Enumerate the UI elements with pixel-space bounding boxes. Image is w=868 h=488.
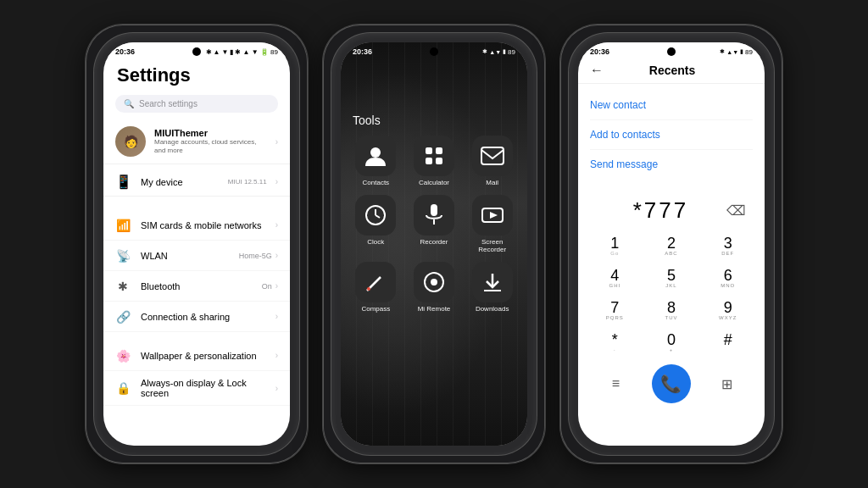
wlan-right: Home-5G › [239,251,278,260]
dialpad-menu-button[interactable]: ≡ [600,369,631,399]
mi-remote-icon [414,262,454,302]
app-recorder-label: Recorder [420,238,448,246]
status-icons-2: ✱ ▲▼ ▮ 89 [482,48,515,56]
wifi-icon: ▼ [221,48,228,56]
dial-1[interactable]: 1 Go [587,230,643,263]
bluetooth-right: On › [262,281,278,291]
wallpaper-chevron: › [275,351,278,360]
app-downloads[interactable]: Downloads [467,262,517,313]
screen-title: Recents [612,64,732,77]
dial-0[interactable]: 0 + [643,327,700,359]
settings-screen: 20:36 ✱ ▲ ▼ ▮ ✱ ▲ ▼ 🔋 89 Settings 🔍 Sear… [103,42,290,446]
screen-recorder-icon [472,195,513,236]
back-button[interactable]: ← [590,63,604,78]
settings-item-always-on[interactable]: 🔒 Always-on display & Lock screen › [103,371,290,406]
folder-label: Tools [353,114,520,127]
battery-icon: ▮ [230,48,233,56]
settings-item-wlan[interactable]: 📡 WLAN Home-5G › [103,241,290,271]
settings-item-sim[interactable]: 📶 SIM cards & mobile networks › [103,210,290,241]
svg-rect-2 [436,147,442,154]
app-downloads-label: Downloads [476,305,509,313]
sim-label: SIM cards & mobile networks [141,220,265,230]
menu-icon: ≡ [612,376,620,391]
app-recorder[interactable]: Recorder [409,195,459,253]
new-contact-action[interactable]: New contact [590,91,753,120]
svg-point-16 [431,279,437,286]
backspace-button[interactable]: ⌫ [726,202,748,219]
device-icon: 📱 [115,174,132,190]
settings-item-bluetooth[interactable]: ✱ Bluetooth On › [103,271,290,302]
camera-punch-hole-3 [667,47,676,56]
always-on-label: Always-on display & Lock screen [141,378,265,398]
svg-point-0 [370,147,381,158]
homescreen: 20:36 ✱ ▲▼ ▮ 89 Tools [341,42,527,446]
contact-actions: New contact Add to contacts Send message [578,84,765,186]
bt-icon-3: ✱ [720,48,725,55]
phone-header: ← Recents [578,58,765,84]
add-to-contacts-action[interactable]: Add to contacts [590,120,753,150]
battery-pct-3: 89 [745,48,753,56]
camera-punch-hole [192,47,201,56]
sim-right: › [275,220,278,230]
always-on-right: › [275,384,278,393]
recorder-icon [414,195,454,236]
app-clock[interactable]: Clock [351,195,401,253]
connection-right: › [275,312,278,321]
dial-8[interactable]: 8 TUV [643,295,700,327]
dial-3[interactable]: 3 DEF [699,230,756,263]
battery-pct: ✱ ▲ ▼ 🔋 89 [235,48,278,56]
svg-point-14 [367,287,370,291]
status-icons-3: ✱ ▲▼ ▮ 89 [720,48,753,56]
svg-rect-3 [426,158,432,164]
dial-hash[interactable]: # [699,327,756,359]
dial-5[interactable]: 5 JKL [643,263,700,295]
dial-6[interactable]: 6 MNO [699,263,756,295]
profile-info: MIUIThemer Manage accounts, cloud servic… [154,128,267,156]
dial-2[interactable]: 2 ABC [643,230,700,263]
wlan-label: WLAN [141,251,229,261]
clock-icon [355,195,396,236]
dial-7[interactable]: 7 PQRS [587,295,643,327]
app-calculator[interactable]: Calculator [409,136,459,186]
app-compass[interactable]: Compass [351,262,401,313]
settings-item-connection[interactable]: 🔗 Connection & sharing › [103,302,290,332]
wlan-icon: 📡 [115,249,131,263]
svg-rect-4 [436,158,442,164]
app-mi-remote-label: Mi Remote [418,305,451,313]
app-grid: Contacts [348,132,520,316]
search-icon: 🔍 [124,99,134,108]
homescreen-content: Tools Contacts [341,42,527,446]
settings-item-wallpaper[interactable]: 🌸 Wallpaper & personalization › [103,341,290,371]
call-button[interactable]: 📞 [652,364,691,403]
dialer-display: *777 ⌫ [578,186,765,230]
calculator-icon [414,136,454,176]
device-chevron: › [275,177,278,186]
dial-4[interactable]: 4 GHI [587,263,643,295]
app-screen-recorder-label: Screen Recorder [467,238,517,253]
app-screen-recorder[interactable]: Screen Recorder [467,195,517,253]
spacer-2 [103,332,290,341]
bluetooth-value: On [262,282,272,291]
dial-9[interactable]: 9 WXYZ [699,295,756,327]
dial-star[interactable]: * · [587,327,643,359]
phone-screen: 20:36 ✱ ▲▼ ▮ 89 ← Recents New contac [578,42,765,446]
svg-rect-9 [431,204,437,216]
dialer-grid: 1 Go 2 ABC 3 DEF 4 GHI [578,230,765,359]
status-icons-1: ✱ ▲ ▼ ▮ ✱ ▲ ▼ 🔋 89 [206,48,278,56]
app-calculator-label: Calculator [419,179,449,186]
profile-row[interactable]: 🧑 MIUIThemer Manage accounts, cloud serv… [103,119,290,164]
app-contacts[interactable]: Contacts [351,136,401,186]
send-message-action[interactable]: Send message [590,150,753,179]
app-mi-remote[interactable]: Mi Remote [409,262,459,313]
device-label: My device [141,177,220,187]
bluetooth-label: Bluetooth [141,281,252,291]
app-clock-label: Clock [367,238,384,246]
search-bar[interactable]: 🔍 Search settings [115,95,278,113]
signal-icon: ▲ [214,48,220,56]
sim-icon: 📶 [115,219,131,232]
device-row[interactable]: 📱 My device MIUI 12.5.11 › [103,168,290,197]
sim-chevron: › [275,220,278,230]
app-mail-label: Mail [486,179,498,186]
keypad-button[interactable]: ⊞ [712,369,743,399]
app-mail[interactable]: Mail [467,136,517,186]
